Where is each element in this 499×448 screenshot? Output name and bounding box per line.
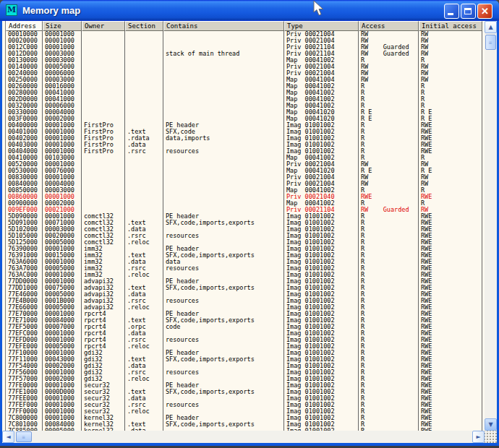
table-row[interactable]: 77EFE00000005000rpcrt4.relocImag 0100100…	[6, 343, 485, 350]
cell-address: 5D090000	[6, 213, 43, 220]
cell-type: Imag 01001002	[284, 259, 359, 265]
table-row[interactable]: 77E7000000001000rpcrt4PE headerImag 0100…	[6, 311, 485, 317]
table-row[interactable]: 77F5400000002000gdi32.dataImag 01001002R…	[6, 363, 485, 369]
cell-type: Imag 01001002	[284, 220, 359, 226]
maximize-button[interactable]	[461, 4, 476, 19]
column-header-initial-access[interactable]: Initial access	[419, 21, 482, 31]
resize-grip[interactable]	[485, 431, 497, 443]
column-header-size[interactable]: Size	[43, 21, 82, 31]
horizontal-scrollbar[interactable]: ◄ ≡ ►	[2, 431, 485, 443]
scroll-up-button[interactable]: ▲	[485, 21, 497, 33]
table-row[interactable]: 77FEF00000001000secur32.rsrcresourcesIma…	[6, 402, 485, 408]
table-row[interactable]: 77DD000000001000advapi32PE headerImag 01…	[6, 278, 485, 285]
table-row[interactable]: 77E4B0000001B000advapi32.rsrcresourcesIm…	[6, 298, 485, 304]
table-row[interactable]: 0090000000002000Map 00041002RR	[6, 200, 485, 207]
table-row[interactable]: 77FF000000001000secur32.relocImag 010010…	[6, 408, 485, 415]
column-header-contains[interactable]: Contains	[163, 21, 284, 31]
minimize-button[interactable]	[444, 4, 459, 19]
table-row[interactable]: 763A600000001000imm32.datadataImag 01001…	[6, 259, 485, 265]
cell-address: 77F54000	[6, 363, 43, 369]
close-button[interactable]: ✕	[477, 4, 492, 19]
table-row[interactable]: 5D09000000001000comctl32PE headerImag 01…	[6, 213, 485, 220]
table-row[interactable]: 77F1000000001000gdi32PE headerImag 01001…	[6, 350, 485, 356]
table-row[interactable]: 0040300000001000FirstPro.dataImag 010010…	[6, 142, 485, 148]
cell-size: 00005000	[43, 64, 82, 70]
cell-initial-access: RWE	[419, 272, 482, 278]
table-row[interactable]: 77E4600000005000advapi32.dataImag 010010…	[6, 291, 485, 298]
cell-contains: resources	[163, 337, 284, 343]
horizontal-scroll-thumb[interactable]: ≡	[16, 431, 32, 442]
table-row[interactable]: 7639000000001000imm32PE headerImag 01001…	[6, 246, 485, 252]
cell-owner	[82, 96, 125, 103]
table-row[interactable]: 77EFC00000001000rpcrt4.dataImag 01001002…	[6, 330, 485, 337]
table-row[interactable]: 0013000000003000Map 00041002RR	[6, 57, 485, 64]
vertical-scrollbar[interactable]: ▲ ≡ ▼	[485, 21, 497, 431]
table-row[interactable]: 77F5600000001000gdi32.rsrcresourcesImag …	[6, 369, 485, 376]
table-row[interactable]: 0086000000001000Priv 00021040RWERWE	[6, 194, 485, 200]
titlebar[interactable]: M Memory map ✕	[0, 0, 499, 21]
cell-initial-access: R	[419, 187, 482, 194]
table-row[interactable]: 0014000000005000Priv 00021004RWRW	[6, 64, 485, 70]
scroll-right-button[interactable]: ►	[472, 431, 485, 443]
table-row[interactable]: 7C80000000001000kernel32PE headerImag 01…	[6, 415, 485, 421]
table-row[interactable]: 5D12500000005000comctl32.relocImag 01001…	[6, 239, 485, 246]
table-row[interactable]: 0040000000001000FirstProPE headerImag 01…	[6, 122, 485, 129]
table-row[interactable]: 0001000000001000Priv 00021004RWRW	[6, 31, 485, 38]
table-row[interactable]: 0032000000006000Map 00041002RR	[6, 103, 485, 109]
scroll-left-button[interactable]: ◄	[2, 431, 14, 443]
table-row[interactable]: 763A700000005000imm32.rsrcresourcesImag …	[6, 265, 485, 272]
column-header-section[interactable]: Section	[125, 21, 163, 31]
table-row[interactable]: 763AC00000001000imm32.relocImag 01001002…	[6, 272, 485, 278]
table-row[interactable]: 0025000000003000Map 00041004RWRW	[6, 77, 485, 83]
table-row[interactable]: 0041000000103000Map 00041002RR	[6, 155, 485, 161]
cell-section: .data	[125, 363, 163, 369]
table-row[interactable]: 0040400000001000FirstPro.rsrcresourcesIm…	[6, 148, 485, 155]
table-row[interactable]: 0012C00000001000Priv 00021104RW GuardedR…	[6, 44, 485, 51]
cell-access: R	[359, 330, 419, 337]
table-row[interactable]: 77E6600000005000advapi32.relocImag 01001…	[6, 304, 485, 311]
table-row[interactable]: 0085000000003000Map 00041002RR	[6, 187, 485, 194]
table-row[interactable]: 77FE10000000D000secur32.textSFX,code,imp…	[6, 389, 485, 395]
cell-contains: SFX,code	[163, 129, 284, 135]
table-row[interactable]: 77F5700000002000gdi32.relocImag 01001002…	[6, 376, 485, 382]
table-row[interactable]: 0052000000001000Priv 00021004RWRW	[6, 161, 485, 168]
column-header-owner[interactable]: Owner	[82, 21, 125, 31]
table-row[interactable]: 77FEE00000001000secur32.dataImag 0100100…	[6, 395, 485, 402]
table-row[interactable]: 7C80100000084000kernel32.textSFX,code,im…	[6, 421, 485, 428]
table-row[interactable]: 0033000000004000Map 00041020R ER E	[6, 109, 485, 116]
table-row[interactable]: 003F000000002000Map 00041020R ER E	[6, 116, 485, 122]
table-row[interactable]: 0053000000076000Map 00041020R ER E	[6, 168, 485, 174]
column-header-access[interactable]: Access	[359, 21, 419, 31]
table-row[interactable]: 0083000000001000Priv 00021004RWRW	[6, 174, 485, 181]
memory-map-icon[interactable]: M	[6, 4, 17, 16]
table-row[interactable]: 77FE000000001000secur32PE headerImag 010…	[6, 382, 485, 389]
table-row[interactable]: 0084000000004000Priv 00021004RWRW	[6, 181, 485, 187]
cell-initial-access: R	[419, 57, 482, 64]
table-row[interactable]: 77EF500000007000rpcrt4.orpccodeImag 0100…	[6, 324, 485, 330]
column-header-address[interactable]: Address	[6, 21, 43, 31]
column-header-type[interactable]: Type	[284, 21, 359, 31]
table-row[interactable]: 7639100000015000imm32.textSFX,code,impor…	[6, 252, 485, 259]
table-row[interactable]: 77EFD00000001000rpcrt4.rsrcresourcesImag…	[6, 337, 485, 343]
table-row[interactable]: 0012D00000003000stack of main threadPriv…	[6, 51, 485, 57]
table-row[interactable]: 0040100000001000FirstPro.textSFX,codeIma…	[6, 129, 485, 135]
table-row[interactable]: 77DD100000075000advapi32.textSFX,code,im…	[6, 285, 485, 291]
table-row[interactable]: 5D09100000071000comctl32.textSFX,code,im…	[6, 220, 485, 226]
vertical-scroll-thumb[interactable]: ≡	[485, 35, 496, 50]
table-row[interactable]: 77E7100000084000rpcrt4.textSFX,code,impo…	[6, 317, 485, 324]
table-row[interactable]: 0040200000001000FirstPro.rdatadata,impor…	[6, 135, 485, 142]
cell-section	[125, 174, 163, 181]
scroll-down-button[interactable]: ▼	[485, 418, 497, 431]
table-row[interactable]: 002D000000041000Map 00041002RR	[6, 96, 485, 103]
table-row[interactable]: 0024000000006000Priv 00021004RWRW	[6, 70, 485, 77]
table-row[interactable]: 0002000000001000Priv 00021004RWRW	[6, 38, 485, 44]
cell-initial-access: RWE	[419, 415, 482, 421]
table-row[interactable]: 5D10200000003000comctl32.dataImag 010010…	[6, 226, 485, 233]
table-row[interactable]: 0026000000016000Map 00041002RR	[6, 83, 485, 90]
table-row[interactable]: 77F1100000043000gdi32.textSFX,code,impor…	[6, 356, 485, 363]
cell-address: 00320000	[6, 103, 43, 109]
table-row[interactable]: 009EF00000021000Priv 00021104RW GuardedR…	[6, 207, 485, 213]
table-row[interactable]: 0028000000041000Map 00041002RR	[6, 90, 485, 96]
table-row[interactable]: 5D10500000020000comctl32.rsrcresourcesIm…	[6, 233, 485, 239]
cell-contains: PE header	[163, 311, 284, 317]
